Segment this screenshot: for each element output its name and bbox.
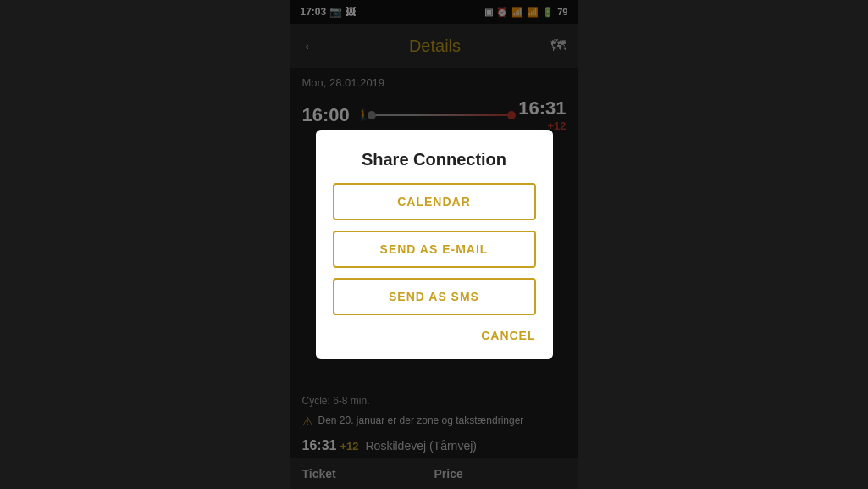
dialog-overlay: Share Connection CALENDAR SEND AS E-MAIL… [290,0,578,489]
send-sms-button[interactable]: SEND AS SMS [333,278,536,315]
send-email-button[interactable]: SEND AS E-MAIL [333,231,536,268]
dialog-title: Share Connection [362,150,506,169]
cancel-button[interactable]: CANCEL [481,325,535,346]
share-dialog: Share Connection CALENDAR SEND AS E-MAIL… [316,130,553,359]
calendar-button[interactable]: CALENDAR [333,183,536,220]
phone-container: 17:03 📷 🖼 ▣ ⏰ 📶 📶 🔋 79 ← Details 🗺 Mon, … [290,0,578,489]
